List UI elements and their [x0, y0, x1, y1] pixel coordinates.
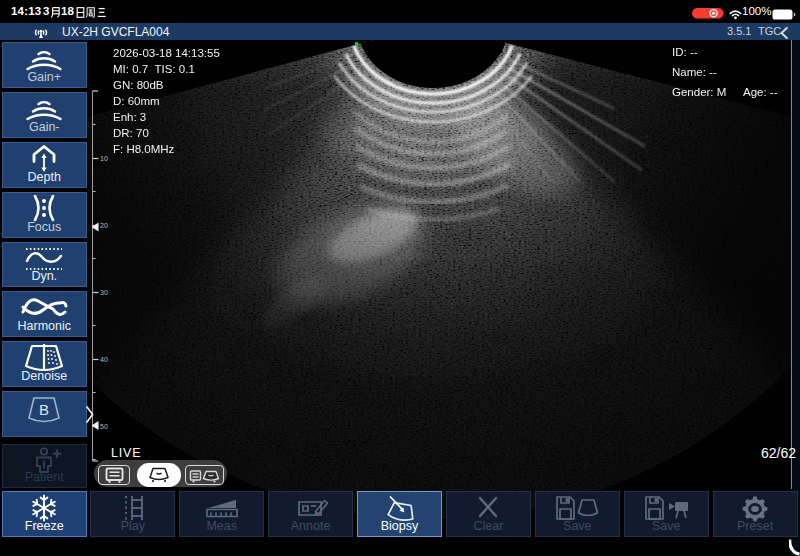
svg-text:50: 50 [100, 423, 108, 430]
svg-text:20: 20 [100, 222, 108, 229]
svg-text:10: 10 [100, 155, 108, 162]
svg-text:30: 30 [100, 289, 108, 296]
svg-text:40: 40 [100, 356, 108, 363]
svg-text:B: B [39, 401, 49, 418]
